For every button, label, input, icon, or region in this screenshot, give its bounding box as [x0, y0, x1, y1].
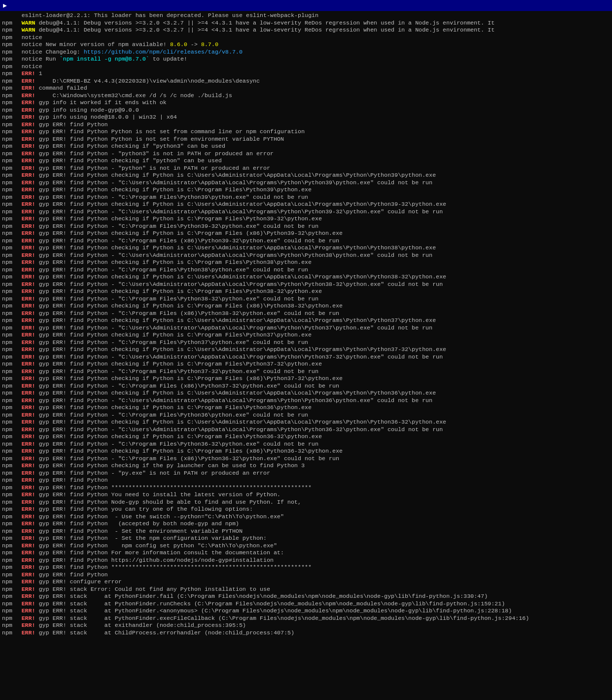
line-type-label: ERR! — [18, 339, 39, 346]
line-content: gyp ERR! find Python checking if Python … — [39, 448, 342, 455]
terminal-line: npm ERR! gyp ERR! find Python - "C:\User… — [2, 426, 610, 434]
line-prefix: npm — [2, 462, 18, 470]
line-content: gyp ERR! find Python - "C:\Program Files… — [39, 455, 339, 463]
terminal-line: npm ERR! gyp ERR! find Python - "C:\Prog… — [2, 339, 610, 346]
line-prefix: npm — [2, 150, 18, 158]
terminal-line: npm ERR! gyp ERR! find Python - "python3… — [2, 150, 610, 158]
terminal-line: eslint-loader@2.2.1: This loader has bee… — [2, 12, 610, 20]
line-type-label: ERR! — [18, 78, 39, 85]
terminal-line: npm ERR! gyp ERR! find Python checking i… — [2, 433, 610, 441]
line-content: gyp ERR! find Python checking if Python … — [39, 172, 436, 179]
line-prefix: npm — [2, 513, 18, 521]
line-prefix: npm — [2, 404, 18, 412]
terminal[interactable]: eslint-loader@2.2.1: This loader has bee… — [0, 11, 612, 700]
line-content: gyp ERR! find Python - "C:\Users\Adminis… — [39, 354, 442, 361]
line-type-label: ERR! — [18, 390, 39, 397]
terminal-line: npm ERR! gyp ERR! find Python - "C:\Prog… — [2, 223, 610, 230]
line-content: gyp ERR! find Python checking if Python … — [39, 259, 311, 266]
line-content: gyp ERR! find Python — [39, 121, 108, 129]
line-content: gyp ERR! find Python - "C:\Program Files… — [39, 383, 339, 390]
terminal-line: npm ERR! command failed — [2, 85, 610, 92]
line-prefix: npm — [2, 433, 18, 441]
line-prefix: npm — [2, 136, 18, 143]
line-content: gyp ERR! find Python checking if "python… — [39, 157, 222, 165]
line-prefix: npm — [2, 63, 18, 71]
line-prefix: npm — [2, 157, 18, 165]
terminal-line: npm ERR! gyp ERR! find Python — [2, 571, 610, 579]
line-type-label: ERR! — [18, 542, 39, 550]
line-content: gyp ERR! find Python - "C:\Program Files… — [39, 223, 318, 230]
terminal-line: npm ERR! gyp ERR! find Python Python is … — [2, 128, 610, 136]
line-prefix: npm — [2, 273, 18, 281]
line-type-label: ERR! — [18, 259, 39, 266]
terminal-line: npm ERR! gyp ERR! find Python checking i… — [2, 375, 610, 383]
line-type-label: ERR! — [18, 629, 39, 637]
line-type-label: ERR! — [18, 288, 39, 295]
line-prefix: npm — [2, 49, 18, 56]
line-prefix: npm — [2, 375, 18, 383]
terminal-line: npm ERR! gyp ERR! find Python - "python"… — [2, 165, 610, 172]
line-type-label: ERR! — [18, 513, 39, 521]
line-content: gyp ERR! find Python checking if Python … — [39, 346, 446, 354]
terminal-line: npm ERR! D:\CRMEB-BZ v4.4.3(20220328)\vi… — [2, 78, 610, 85]
line-type-label: ERR! — [18, 107, 39, 114]
line-prefix: npm — [2, 600, 18, 608]
line-content: command failed — [39, 85, 87, 92]
line-prefix: npm — [2, 99, 18, 107]
line-prefix: npm — [2, 237, 18, 245]
line-type-label: ERR! — [18, 412, 39, 419]
line-content: C:\Windows\system32\cmd.exe /d /s /c nod… — [39, 92, 232, 100]
line-prefix: npm — [2, 41, 18, 49]
line-type-label: ERR! — [18, 295, 39, 303]
line-content: debug@4.1.1: Debug versions >=3.2.0 <3.2… — [39, 20, 494, 27]
line-prefix: npm — [2, 259, 18, 266]
line-content: gyp ERR! find Python checking if Python … — [39, 419, 446, 426]
line-content: gyp ERR! stack at PythonFinder.execFileC… — [39, 615, 529, 622]
terminal-line: npm ERR! gyp ERR! find Python checking i… — [2, 215, 610, 223]
line-content: gyp ERR! find Python - Use the switch --… — [39, 513, 284, 521]
line-type-label: ERR! — [18, 273, 39, 281]
line-content: gyp ERR! find Python - "C:\Program Files… — [39, 266, 308, 274]
terminal-line: npm ERR! gyp ERR! find Python checking i… — [2, 404, 610, 412]
line-prefix: npm — [2, 244, 18, 252]
line-type-label: ERR! — [18, 172, 39, 179]
line-content: gyp ERR! find Python checking if Python … — [39, 361, 322, 368]
line-prefix: npm — [2, 615, 18, 622]
line-prefix: npm — [2, 448, 18, 455]
line-prefix: npm — [2, 412, 18, 419]
line-content: gyp ERR! stack at exithandler (node:chil… — [39, 622, 246, 629]
terminal-line: npm WARN debug@4.1.1: Debug versions >=3… — [2, 20, 610, 27]
line-type-label: ERR! — [18, 157, 39, 165]
line-prefix: npm — [2, 506, 18, 513]
terminal-line: npm ERR! gyp ERR! stack Error: Could not… — [2, 586, 610, 593]
line-type-label: ERR! — [18, 317, 39, 324]
line-prefix: npm — [2, 252, 18, 259]
line-prefix: npm — [2, 201, 18, 208]
line-type-label: ERR! — [18, 433, 39, 441]
line-type-label: ERR! — [18, 361, 39, 368]
terminal-line: npm ERR! gyp ERR! find Python - "C:\Prog… — [2, 412, 610, 419]
line-type-label: ERR! — [18, 201, 39, 208]
line-type-label: ERR! — [18, 230, 39, 237]
line-content: gyp ERR! find Python - "python" is not i… — [39, 165, 270, 172]
line-type-label: ERR! — [18, 462, 39, 470]
line-content: gyp ERR! find Python *******************… — [39, 484, 311, 492]
line-prefix: npm — [2, 78, 18, 85]
terminal-line: npm ERR! gyp ERR! find Python - "C:\Prog… — [2, 237, 610, 245]
powershell-icon: ▶ — [3, 2, 7, 10]
line-content: gyp ERR! find Python - "C:\Users\Adminis… — [39, 179, 432, 187]
line-content: gyp ERR! find Python - "C:\Program Files… — [39, 310, 339, 317]
line-content: gyp info it worked if it ends with ok — [39, 99, 166, 107]
line-type-label: ERR! — [18, 506, 39, 513]
terminal-line: npm ERR! gyp ERR! find Python checking i… — [2, 244, 610, 252]
line-type-label: ERR! — [18, 85, 39, 92]
line-type-label: notice — [18, 49, 46, 56]
line-content: gyp ERR! find Python - Set the environme… — [39, 528, 242, 535]
line-prefix: npm — [2, 629, 18, 637]
terminal-line: npm ERR! gyp ERR! find Python **********… — [2, 564, 610, 571]
line-type-label: ERR! — [18, 455, 39, 463]
line-prefix: npm — [2, 281, 18, 288]
line-content: gyp ERR! find Python Python is not set f… — [39, 128, 304, 136]
line-type-label: notice — [18, 63, 46, 71]
line-content: gyp ERR! find Python checking if Python … — [39, 288, 322, 295]
